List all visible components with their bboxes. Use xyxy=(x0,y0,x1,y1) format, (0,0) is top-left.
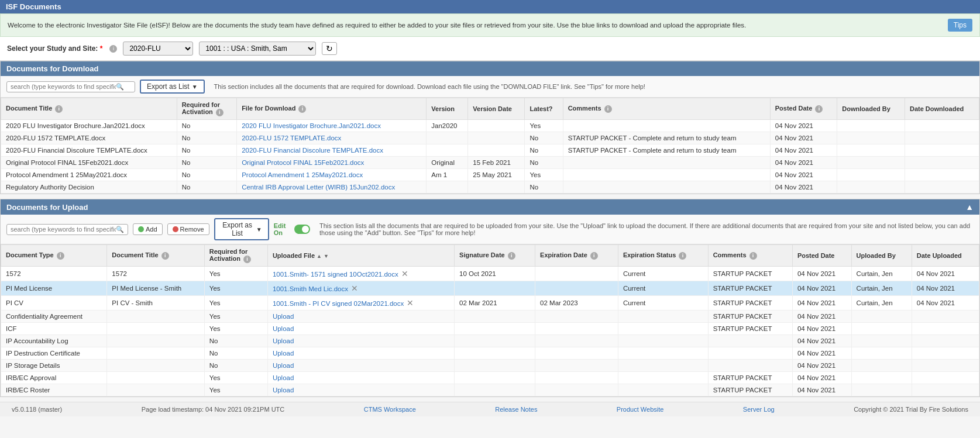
upload-link[interactable]: Upload xyxy=(273,350,294,357)
signature-date-cell xyxy=(455,335,535,347)
site-select[interactable]: 1001 : : USA : Smith, Sam xyxy=(199,42,316,56)
comments-cell xyxy=(563,181,770,194)
comments-cell: STARTUP PACKET xyxy=(708,384,792,396)
file-download-link[interactable]: Central IRB Approval Letter (WIRB) 15Jun… xyxy=(242,184,395,191)
expiration-status-cell: Current xyxy=(618,267,708,281)
expiration-status-cell xyxy=(618,311,708,323)
upload-search-input[interactable] xyxy=(11,226,116,233)
file-cell[interactable]: Central IRB Approval Letter (WIRB) 15Jun… xyxy=(237,181,427,194)
upload-doc-title-info[interactable]: i xyxy=(161,252,169,260)
signature-date-cell: 02 Mar 2021 xyxy=(455,296,535,311)
col-upload-doc-title: Document Title i xyxy=(107,245,204,267)
uploaded-file-cell[interactable]: Upload xyxy=(267,347,454,360)
edit-toggle-switch[interactable] xyxy=(294,225,310,234)
doc-type-info-icon[interactable]: i xyxy=(57,252,64,260)
uploaded-file-cell[interactable]: 1001.Smith - PI CV signed 02Mar2021.docx… xyxy=(267,296,454,311)
uploaded-file-cell[interactable]: 1001.Smith Med Lic.docx ✕ xyxy=(267,281,454,296)
doc-title-cell: PI CV - Smith xyxy=(107,296,204,311)
footer-server-log-link[interactable]: Server Log xyxy=(743,406,775,413)
comments-info-icon[interactable]: i xyxy=(604,105,612,113)
uploaded-file-cell[interactable]: Upload xyxy=(267,311,454,323)
exp-date-info[interactable]: i xyxy=(590,252,598,260)
download-export-button[interactable]: Export as List ▼ xyxy=(140,80,205,94)
date-downloaded-cell xyxy=(905,181,979,194)
study-info-icon[interactable]: i xyxy=(109,45,117,53)
download-search-box[interactable]: 🔍 xyxy=(6,81,135,92)
study-select[interactable]: 2020-FLU xyxy=(123,42,193,56)
sort-desc-icon[interactable]: ▼ xyxy=(324,253,329,259)
doc-type-cell: IP Accountability Log xyxy=(1,335,107,347)
file-download-link[interactable]: 2020 FLU Investigator Brochure.Jan2021.d… xyxy=(242,122,381,129)
sig-date-info[interactable]: i xyxy=(508,252,515,260)
posted-date-cell: 04 Nov 2021 xyxy=(770,169,837,181)
file-info-icon[interactable]: i xyxy=(298,105,306,113)
file-cell[interactable]: 2020 FLU Investigator Brochure.Jan2021.d… xyxy=(237,120,427,132)
refresh-button[interactable]: ↻ xyxy=(322,42,337,55)
footer-ctms-link[interactable]: CTMS Workspace xyxy=(364,406,416,413)
table-row: IRB/EC Approval Yes Upload STARTUP PACKE… xyxy=(1,372,979,384)
upload-comments-info[interactable]: i xyxy=(749,252,757,260)
downloaded-by-cell xyxy=(837,132,905,144)
table-row: Original Protocol FINAL 15Feb2021.docx N… xyxy=(1,157,979,169)
version-cell: Am 1 xyxy=(427,169,468,181)
footer-release-notes-link[interactable]: Release Notes xyxy=(495,406,537,413)
comments-cell: STARTUP PACKET - Complete and return to … xyxy=(563,144,770,157)
uploaded-file-cell[interactable]: Upload xyxy=(267,384,454,396)
remove-button[interactable]: Remove xyxy=(167,223,209,235)
upload-link[interactable]: Upload xyxy=(273,337,294,344)
download-section-header: Documents for Download xyxy=(1,61,979,76)
uploaded-file-link[interactable]: 1001.Smith - PI CV signed 02Mar2021.docx xyxy=(273,300,404,307)
upload-link[interactable]: Upload xyxy=(273,325,294,332)
file-download-link[interactable]: 2020-FLU Financial Discolure TEMPLATE.do… xyxy=(242,147,383,154)
file-download-link[interactable]: Protocol Amendment 1 25May2021.docx xyxy=(242,171,363,178)
remove-file-button[interactable]: ✕ xyxy=(405,298,415,308)
info-bar: Welcome to the electronic Investigator S… xyxy=(0,13,980,37)
col-doc-type: Document Type i xyxy=(1,245,107,267)
posted-date-info-icon[interactable]: i xyxy=(815,105,823,113)
study-selection-row: Select your Study and Site: * i 2020-FLU… xyxy=(0,37,980,61)
doc-title-info-icon[interactable]: i xyxy=(55,105,63,113)
comments-cell: STARTUP PACKET xyxy=(708,296,792,311)
uploaded-file-link[interactable]: 1001.Smith Med Lic.docx xyxy=(273,285,348,292)
upload-req-info[interactable]: i xyxy=(243,256,251,263)
uploaded-file-link[interactable]: 1001.Smith- 1571 signed 10Oct2021.docx xyxy=(273,271,398,278)
upload-search-box[interactable]: 🔍 xyxy=(6,224,128,235)
download-search-input[interactable] xyxy=(11,83,116,90)
upload-link[interactable]: Upload xyxy=(273,387,294,394)
uploaded-file-cell[interactable]: Upload xyxy=(267,335,454,347)
file-cell[interactable]: 2020-FLU Financial Discolure TEMPLATE.do… xyxy=(237,144,427,157)
tips-button[interactable]: Tips xyxy=(948,19,972,32)
upload-section: Documents for Upload ▲ 🔍 Add Remove Expo… xyxy=(0,199,980,397)
required-cell: Yes xyxy=(204,281,267,296)
upload-info-text: This section lists all the documents tha… xyxy=(315,222,974,236)
upload-collapse-button[interactable]: ▲ xyxy=(965,202,974,212)
upload-link[interactable]: Upload xyxy=(273,374,294,381)
exp-status-info[interactable]: i xyxy=(679,252,686,260)
upload-link[interactable]: Upload xyxy=(273,362,294,369)
file-cell[interactable]: 2020-FLU 1572 TEMPLATE.docx xyxy=(237,132,427,144)
upload-export-button[interactable]: Export as List ▼ xyxy=(214,218,269,240)
doc-title-cell: 2020 FLU Investigator Brochure.Jan2021.d… xyxy=(1,120,177,132)
uploaded-file-cell[interactable]: Upload xyxy=(267,372,454,384)
uploaded-file-cell[interactable]: Upload xyxy=(267,323,454,335)
date-uploaded-cell xyxy=(912,335,979,347)
upload-link[interactable]: Upload xyxy=(273,313,294,320)
uploaded-file-cell[interactable]: 1001.Smith- 1571 signed 10Oct2021.docx ✕ xyxy=(267,267,454,281)
remove-file-button[interactable]: ✕ xyxy=(400,269,410,278)
comments-cell: STARTUP PACKET xyxy=(708,372,792,384)
table-row: 2020-FLU Financial Discolure TEMPLATE.do… xyxy=(1,144,979,157)
remove-file-button[interactable]: ✕ xyxy=(350,284,359,293)
col-uploaded-file: Uploaded File ▲ ▼ xyxy=(267,245,454,267)
downloaded-by-cell xyxy=(837,169,905,181)
file-cell[interactable]: Protocol Amendment 1 25May2021.docx xyxy=(237,169,427,181)
file-download-link[interactable]: 2020-FLU 1572 TEMPLATE.docx xyxy=(242,134,341,142)
posted-date-cell: 04 Nov 2021 xyxy=(792,360,851,372)
file-cell[interactable]: Original Protocol FINAL 15Feb2021.docx xyxy=(237,157,427,169)
uploaded-file-cell[interactable]: Upload xyxy=(267,360,454,372)
required-info-icon[interactable]: i xyxy=(216,109,223,116)
footer-product-website-link[interactable]: Product Website xyxy=(617,406,664,413)
sort-asc-icon[interactable]: ▲ xyxy=(317,253,322,259)
add-button[interactable]: Add xyxy=(133,223,163,235)
uploaded-by-cell xyxy=(851,360,912,372)
file-download-link[interactable]: Original Protocol FINAL 15Feb2021.docx xyxy=(242,159,364,166)
